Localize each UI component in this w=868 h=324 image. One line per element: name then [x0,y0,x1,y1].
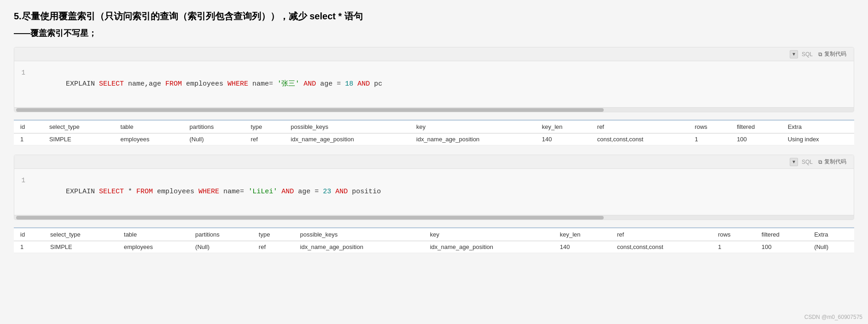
th-key-1: key [410,120,536,133]
th-extra-1: Extra [781,120,854,133]
th-possible-keys-2: possible_keys [294,228,424,241]
code-block-1: ▼ SQL ⧉ 复制代码 1 EXPLAIN SELECT name,age F… [14,47,854,112]
td-rows: 1 [711,241,755,253]
code-content-1: EXPLAIN SELECT name,age FROM employees W… [33,68,382,101]
td-extra: Using index [781,133,854,145]
th-possible-keys-1: possible_keys [284,120,410,133]
lang-label-1: SQL [802,51,813,58]
scrollbar-thumb-1 [16,108,604,112]
code-body-2: 1 EXPLAIN SELECT * FROM employees WHERE … [14,169,854,215]
td-possible-keys: idx_name_age_position [284,133,410,145]
td-type: ref [252,241,294,253]
th-ref-2: ref [611,228,711,241]
table-row: 1 SIMPLE employees (Null) ref idx_name_a… [14,241,854,253]
page-title: 5.尽量使用覆盖索引（只访问索引的查询（索引列包含查询列）），减少 select… [14,9,854,23]
collapse-button-1[interactable]: ▼ [790,50,798,58]
td-extra: (Null) [808,241,854,253]
th-select-type-2: select_type [44,228,117,241]
td-key: idx_name_age_position [410,133,536,145]
th-filtered-2: filtered [755,228,808,241]
th-type-2: type [252,228,294,241]
copy-label-1: 复制代码 [824,50,846,58]
td-key-len: 140 [553,241,611,253]
page-subtitle: ——覆盖索引不写星； [14,28,854,39]
th-key-2: key [424,228,553,241]
td-type: ref [245,133,285,145]
collapse-button-2[interactable]: ▼ [790,158,798,166]
code-line-1: 1 EXPLAIN SELECT name,age FROM employees… [14,67,854,102]
th-id-2: id [14,228,44,241]
copy-button-1[interactable]: ⧉ 复制代码 [816,49,848,59]
td-possible-keys: idx_name_age_position [294,241,424,253]
code-line-2: 1 EXPLAIN SELECT * FROM employees WHERE … [14,174,854,209]
copy-icon-1: ⧉ [818,51,822,58]
th-partitions-2: partitions [189,228,252,241]
td-id: 1 [14,241,44,253]
th-select-type-1: select_type [43,120,114,133]
td-ref: const,const,const [591,133,688,145]
td-ref: const,const,const [611,241,711,253]
line-number-1: 1 [14,68,33,78]
td-rows: 1 [688,133,730,145]
th-extra-2: Extra [808,228,854,241]
line-number-2: 1 [14,175,33,185]
scrollbar-area-2[interactable] [14,215,854,220]
th-filtered-1: filtered [730,120,781,133]
th-id-1: id [14,120,43,133]
scrollbar-area-1[interactable] [14,107,854,112]
result-table-wrapper-1: id select_type table partitions type pos… [14,120,854,145]
th-key-len-2: key_len [553,228,611,241]
code-block-2: ▼ SQL ⧉ 复制代码 1 EXPLAIN SELECT * FROM emp… [14,155,854,220]
th-type-1: type [245,120,285,133]
copy-button-2[interactable]: ⧉ 复制代码 [816,157,848,167]
th-partitions-1: partitions [183,120,244,133]
td-id: 1 [14,133,43,145]
th-table-2: table [117,228,189,241]
td-partitions: (Null) [183,133,244,145]
td-table: employees [114,133,183,145]
result-table-1: id select_type table partitions type pos… [14,120,854,145]
th-table-1: table [114,120,183,133]
code-body-1: 1 EXPLAIN SELECT name,age FROM employees… [14,61,854,107]
table-header-row-2: id select_type table partitions type pos… [14,228,854,241]
th-ref-1: ref [591,120,688,133]
td-partitions: (Null) [189,241,252,253]
td-filtered: 100 [755,241,808,253]
th-rows-2: rows [711,228,755,241]
copy-label-2: 复制代码 [824,158,846,166]
td-table: employees [117,241,189,253]
code-content-2: EXPLAIN SELECT * FROM employees WHERE na… [33,175,381,208]
result-table-wrapper-2: id select_type table partitions type pos… [14,227,854,253]
result-table-2: id select_type table partitions type pos… [14,227,854,253]
th-rows-1: rows [688,120,730,133]
td-key-len: 140 [536,133,591,145]
lang-label-2: SQL [802,159,813,165]
th-key-len-1: key_len [536,120,591,133]
copy-icon-2: ⧉ [818,159,822,165]
td-select-type: SIMPLE [44,241,117,253]
code-header-2: ▼ SQL ⧉ 复制代码 [14,155,854,169]
code-header-1: ▼ SQL ⧉ 复制代码 [14,47,854,61]
td-select-type: SIMPLE [43,133,114,145]
table-header-row-1: id select_type table partitions type pos… [14,120,854,133]
td-key: idx_name_age_position [424,241,553,253]
scrollbar-thumb-2 [16,216,604,220]
table-row: 1 SIMPLE employees (Null) ref idx_name_a… [14,133,854,145]
td-filtered: 100 [730,133,781,145]
